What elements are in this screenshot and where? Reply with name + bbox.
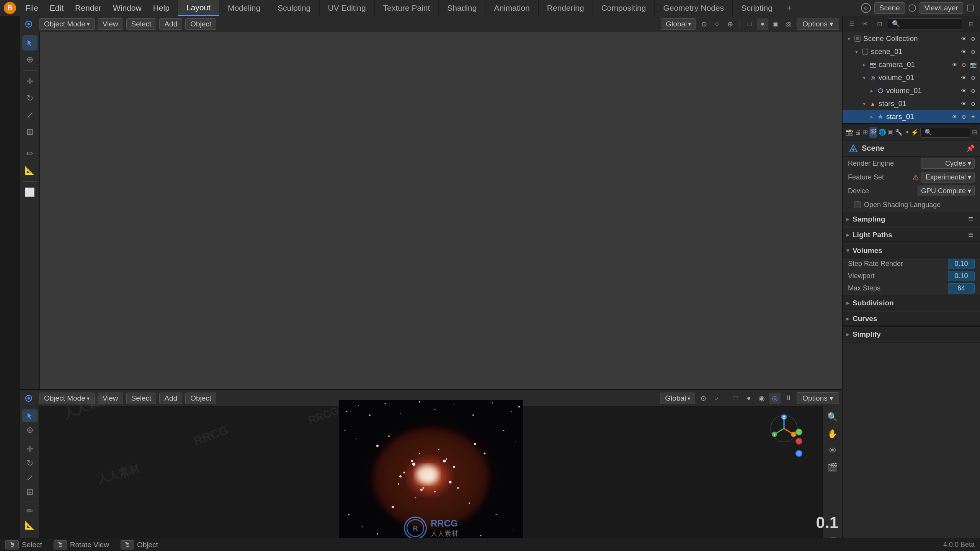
viewlayer-selector[interactable]: ViewLayer xyxy=(920,2,963,14)
sampling-header[interactable]: ▸ Sampling ☰ xyxy=(843,212,980,226)
zoom-lower-icon[interactable]: 🔍 xyxy=(825,409,840,425)
outliner-filter-icon[interactable]: ⊟ xyxy=(965,19,976,29)
rendered-icon[interactable]: ◎ xyxy=(783,18,794,30)
vol01-inner-expand[interactable]: ▸ xyxy=(869,88,875,94)
volumes-header[interactable]: ▾ Volumes xyxy=(843,244,980,258)
world-props-icon[interactable]: 🌐 xyxy=(879,127,886,138)
props-search-input[interactable] xyxy=(920,127,970,138)
eye-lower-icon[interactable]: 👁 xyxy=(825,443,840,458)
workspace-tab-compositing[interactable]: Compositing xyxy=(593,0,655,16)
workspace-tab-animation[interactable]: Animation xyxy=(485,0,538,16)
curves-header[interactable]: ▸ Curves xyxy=(843,312,980,326)
workspace-tab-sculpting[interactable]: Sculpting xyxy=(269,0,319,16)
workspace-tab-layout[interactable]: Layout xyxy=(178,0,219,16)
measure-tool-lower[interactable]: 📐 xyxy=(22,519,38,532)
eye-icon-vol01[interactable]: 👁 xyxy=(960,74,968,82)
particles-props-icon[interactable]: ✦ xyxy=(904,127,910,138)
transform-tool-upper[interactable]: ⊞ xyxy=(22,124,38,140)
rotate-tool-lower[interactable]: ↻ xyxy=(22,457,38,470)
render-engine-dropdown[interactable]: Cycles ▾ xyxy=(921,158,975,169)
workspace-tab-modeling[interactable]: Modeling xyxy=(219,0,269,16)
light-paths-header[interactable]: ▸ Light Paths ☰ xyxy=(843,228,980,242)
outliner-view-icon[interactable]: 👁 xyxy=(860,19,871,29)
workspace-tab-geometry-nodes[interactable]: Geometry Nodes xyxy=(655,0,733,16)
object-mode-dropdown[interactable]: Object Mode ▾ xyxy=(39,18,95,30)
menu-edit[interactable]: Edit xyxy=(44,2,69,14)
global-transform-upper[interactable]: Global ▾ xyxy=(661,18,696,30)
add-workspace-button[interactable]: + xyxy=(781,0,797,16)
wireframe-icon[interactable]: □ xyxy=(744,18,755,30)
scene-selector[interactable]: Scene xyxy=(874,2,905,14)
workspace-tab-rendering[interactable]: Rendering xyxy=(539,0,593,16)
cursor-icon-vol01[interactable]: ⊙ xyxy=(969,74,977,82)
render-lower-icon[interactable]: 🎬 xyxy=(825,460,840,475)
snap-icon[interactable]: ⊙ xyxy=(698,18,710,30)
eye-icon-stars01i[interactable]: 👁 xyxy=(951,113,959,121)
cursor-tool-upper[interactable]: ⊕ xyxy=(22,52,38,67)
volume01-expand[interactable]: ▾ xyxy=(861,75,867,81)
outliner-camera01[interactable]: ▸ 📷 camera_01 👁 ⊙ 📷 xyxy=(843,58,980,71)
nav-gizmo-lower[interactable]: Z X Y xyxy=(769,413,799,446)
scene-props-icon-active[interactable]: 🎬 xyxy=(869,127,877,138)
workspace-tab-texture-paint[interactable]: Texture Paint xyxy=(375,0,439,16)
add-menu-upper[interactable]: Add xyxy=(159,18,182,30)
outliner-search-input[interactable] xyxy=(888,18,962,30)
view-menu-upper[interactable]: View xyxy=(98,18,123,30)
select-menu-upper[interactable]: Select xyxy=(126,18,157,30)
annotate-tool-lower[interactable]: ✏ xyxy=(22,505,38,517)
move-tool-lower[interactable]: ✛ xyxy=(22,443,38,455)
eye-icon-vol01i[interactable]: 👁 xyxy=(960,87,968,95)
simplify-header[interactable]: ▸ Simplify xyxy=(843,328,980,341)
measure-tool-upper[interactable]: 📐 xyxy=(22,163,38,178)
cursor-tool-lower[interactable]: ⊕ xyxy=(22,424,38,436)
transform-tool-lower[interactable]: ⊞ xyxy=(22,486,38,498)
menu-help[interactable]: Help xyxy=(148,2,175,14)
eye-icon-scene01[interactable]: 👁 xyxy=(960,48,968,55)
outliner-stars01[interactable]: ▾ ▲ stars_01 👁 ⊙ xyxy=(843,97,980,110)
step-rate-render-value[interactable]: 0.10 xyxy=(948,259,975,269)
cursor-icon-stars01i[interactable]: ⊙ xyxy=(960,113,968,121)
move-tool-upper[interactable]: ✛ xyxy=(22,74,38,89)
menu-window[interactable]: Window xyxy=(108,2,147,14)
cursor-icon-scene01[interactable]: ⊙ xyxy=(969,48,977,55)
scale-tool-upper[interactable]: ⤢ xyxy=(22,108,38,123)
solid-icon[interactable]: ● xyxy=(757,18,768,30)
workspace-tab-uv-editing[interactable]: UV Editing xyxy=(320,0,375,16)
props-filter-icon[interactable]: ⊟ xyxy=(972,127,977,138)
annotate-tool-upper[interactable]: ✏ xyxy=(22,146,38,161)
viewport-value[interactable]: 0.10 xyxy=(948,271,975,281)
scene-collection-expand[interactable]: ▾ xyxy=(846,36,852,42)
modifier-props-icon[interactable]: 🔧 xyxy=(895,127,903,138)
add-cube-tool-upper[interactable]: ⬜ xyxy=(22,185,38,200)
rotate-tool-upper[interactable]: ↻ xyxy=(22,91,38,106)
proportional-edit-icon[interactable]: ○ xyxy=(711,18,723,30)
subdivision-header[interactable]: ▸ Subdivision xyxy=(843,296,980,310)
eye-icon-stars01[interactable]: 👁 xyxy=(960,100,968,108)
scale-tool-lower[interactable]: ⤢ xyxy=(22,471,38,484)
camera01-expand[interactable]: ▸ xyxy=(861,62,867,68)
select-tool-lower[interactable] xyxy=(22,409,38,422)
transform-pivot-icon[interactable]: ⊕ xyxy=(724,18,736,30)
cam-special-icon[interactable]: 📷 xyxy=(969,61,977,68)
workspace-tab-shading[interactable]: Shading xyxy=(439,0,485,16)
max-steps-value[interactable]: 64 xyxy=(948,283,975,293)
light-paths-list-icon[interactable]: ☰ xyxy=(965,229,976,241)
hand-lower-icon[interactable]: ✋ xyxy=(825,426,840,442)
outliner-volume01[interactable]: ▾ ◎ volume_01 👁 ⊙ xyxy=(843,71,980,84)
viewlayer-props-icon[interactable]: ⊞ xyxy=(862,127,868,138)
object-menu-upper[interactable]: Object xyxy=(185,18,216,30)
outliner-stars01-inner[interactable]: ▸ stars_01 👁 ⊙ ✦ xyxy=(843,110,980,123)
eye-icon-scene-collection[interactable]: 👁 xyxy=(960,35,968,42)
eye-icon-camera01[interactable]: 👁 xyxy=(951,61,959,68)
object-props-icon[interactable]: ▣ xyxy=(888,127,893,138)
outliner-menu-icon[interactable]: ☰ xyxy=(846,19,857,29)
menu-file[interactable]: File xyxy=(20,2,44,14)
device-dropdown[interactable]: GPU Compute ▾ xyxy=(918,186,975,196)
physics-props-icon[interactable]: ⚡ xyxy=(911,127,919,138)
cursor-icon-camera01[interactable]: ⊙ xyxy=(960,61,968,68)
stars01-inner-expand[interactable]: ▸ xyxy=(869,114,875,120)
feature-set-dropdown[interactable]: Experimental ▾ xyxy=(921,172,975,183)
select-tool-upper[interactable] xyxy=(22,35,38,51)
cursor-icon-scene-collection[interactable]: ⊙ xyxy=(969,35,977,42)
nodetree-icon-stars01i[interactable]: ✦ xyxy=(969,113,977,121)
